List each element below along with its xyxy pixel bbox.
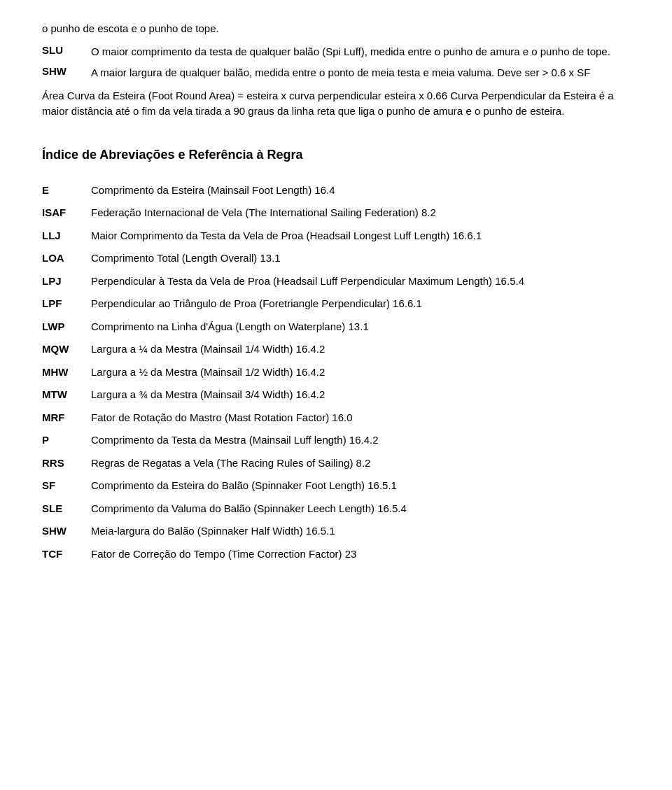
abbrev-code: MTW (42, 383, 91, 407)
slu-text: O maior comprimento da testa de qualquer… (91, 44, 630, 60)
abbrev-description: Federação Internacional de Vela (The Int… (91, 202, 630, 225)
abbrev-row: SFComprimento da Esteira do Balão (Spinn… (42, 474, 630, 498)
abbrev-description: Comprimento da Testa da Mestra (Mainsail… (91, 429, 630, 452)
abbrev-description: Regras de Regatas a Vela (The Racing Rul… (91, 452, 630, 475)
abbrev-description: Comprimento na Linha d'Água (Length on W… (91, 316, 630, 339)
intro-line-1: o punho de escota e o punho de tope. (42, 21, 630, 37)
abbrev-code: E (42, 179, 91, 202)
abbrev-code: SHW (42, 520, 91, 543)
abbrev-description: Maior Comprimento da Testa da Vela de Pr… (91, 225, 630, 248)
abbrev-code: SLE (42, 498, 91, 521)
abbrev-code: ISAF (42, 202, 91, 225)
abbrev-description: Perpendicular à Testa da Vela de Proa (H… (91, 270, 630, 293)
abbrev-row: MTWLargura a ¾ da Mestra (Mainsail 3/4 W… (42, 383, 630, 407)
abbrev-description: Comprimento da Esteira do Balão (Spinnak… (91, 474, 630, 498)
shw-code: SHW (42, 65, 91, 81)
abbrev-row: MRFFator de Rotação do Mastro (Mast Rota… (42, 407, 630, 430)
page-content: o punho de escota e o punho de tope. SLU… (42, 21, 630, 565)
abbrev-description: Largura a ½ da Mestra (Mainsail 1/2 Widt… (91, 361, 630, 384)
abbrev-row: MQWLargura a ¼ da Mestra (Mainsail 1/4 W… (42, 338, 630, 361)
abbrev-code: LPJ (42, 270, 91, 293)
abbrev-code: RRS (42, 452, 91, 475)
abbrev-code: LOA (42, 247, 91, 270)
abbrev-description: Largura a ¼ da Mestra (Mainsail 1/4 Widt… (91, 338, 630, 361)
abbrev-row: EComprimento da Esteira (Mainsail Foot L… (42, 179, 630, 202)
abbrev-description: Fator de Correção do Tempo (Time Correct… (91, 543, 630, 566)
abbrev-description: Comprimento da Esteira (Mainsail Foot Le… (91, 179, 630, 202)
abbrev-code: TCF (42, 543, 91, 566)
abbrev-code: MRF (42, 407, 91, 430)
abbrev-row: SHWMeia-largura do Balão (Spinnaker Half… (42, 520, 630, 543)
intro-section: o punho de escota e o punho de tope. SLU… (42, 21, 630, 120)
abbrev-description: Fator de Rotação do Mastro (Mast Rotatio… (91, 407, 630, 430)
abbrev-code: LWP (42, 316, 91, 339)
slu-code: SLU (42, 44, 91, 60)
abbrev-row: LPJPerpendicular à Testa da Vela de Proa… (42, 270, 630, 293)
abbrev-description: Largura a ¾ da Mestra (Mainsail 3/4 Widt… (91, 383, 630, 407)
abbrev-code: P (42, 429, 91, 452)
abbrev-code: MQW (42, 338, 91, 361)
abbrev-row: MHWLargura a ½ da Mestra (Mainsail 1/2 W… (42, 361, 630, 384)
abbrev-row: SLEComprimento da Valuma do Balão (Spinn… (42, 498, 630, 521)
abbrev-code: MHW (42, 361, 91, 384)
area-text: Área Curva da Esteira (Foot Round Area) … (42, 88, 630, 120)
abbrev-code: LPF (42, 292, 91, 316)
intro-line-1-text: o punho de escota e o punho de tope. (42, 22, 219, 34)
abbrev-code: LLJ (42, 225, 91, 248)
abbrev-row: RRSRegras de Regatas a Vela (The Racing … (42, 452, 630, 475)
abbrev-description: Comprimento Total (Length Overall) 13.1 (91, 247, 630, 270)
abbrev-row: LOAComprimento Total (Length Overall) 13… (42, 247, 630, 270)
abbrev-row: TCFFator de Correção do Tempo (Time Corr… (42, 543, 630, 566)
abbreviations-table: EComprimento da Esteira (Mainsail Foot L… (42, 179, 630, 566)
abbrev-row: LPFPerpendicular ao Triângulo de Proa (F… (42, 292, 630, 316)
abbrev-row: PComprimento da Testa da Mestra (Mainsai… (42, 429, 630, 452)
shw-text: A maior largura de qualquer balão, medid… (91, 65, 630, 81)
abbrev-row: LWPComprimento na Linha d'Água (Length o… (42, 316, 630, 339)
section-heading: Índice de Abreviações e Referência à Reg… (42, 148, 630, 162)
abbrev-description: Perpendicular ao Triângulo de Proa (Fore… (91, 292, 630, 316)
abbrev-description: Comprimento da Valuma do Balão (Spinnake… (91, 498, 630, 521)
abbrev-description: Meia-largura do Balão (Spinnaker Half Wi… (91, 520, 630, 543)
abbrev-code: SF (42, 474, 91, 498)
abbrev-row: ISAFFederação Internacional de Vela (The… (42, 202, 630, 225)
abbrev-row: LLJMaior Comprimento da Testa da Vela de… (42, 225, 630, 248)
